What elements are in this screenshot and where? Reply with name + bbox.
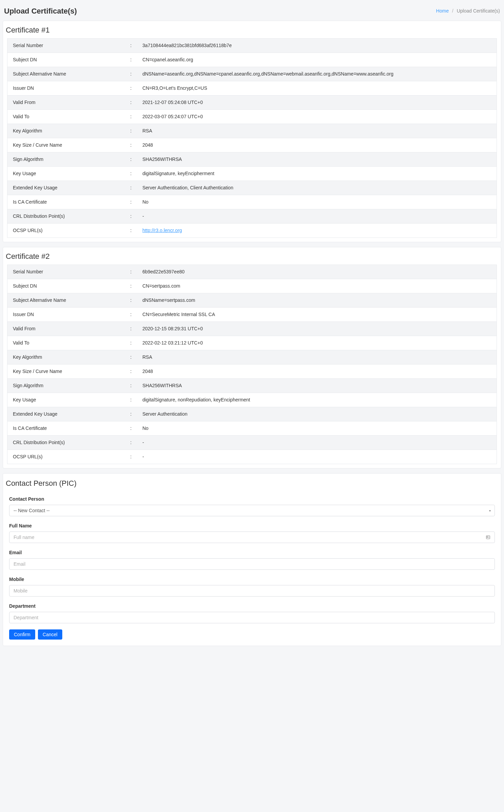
row-value: No <box>137 421 497 436</box>
table-row: Key Size / Curve Name:2048 <box>7 365 497 379</box>
row-colon: : <box>125 365 137 379</box>
row-label: Key Algorithm <box>7 350 125 365</box>
row-colon: : <box>125 96 137 110</box>
contact-person-card: Contact Person (PIC) Contact Person -- N… <box>3 473 501 646</box>
table-row: Key Algorithm:RSA <box>7 124 497 138</box>
contact-person-select[interactable]: -- New Contact -- <box>9 505 495 516</box>
table-row: Key Algorithm:RSA <box>7 350 497 365</box>
row-value: CN=cpanel.aseanfic.org <box>137 53 497 67</box>
row-label: CRL Distribution Point(s) <box>7 436 125 450</box>
row-label: Sign Algorithm <box>7 152 125 167</box>
row-label: Serial Number <box>7 265 125 279</box>
contact-person-title: Contact Person (PIC) <box>3 474 501 491</box>
mobile-group: Mobile <box>9 576 495 597</box>
full-name-label: Full Name <box>9 522 495 529</box>
table-row: Is CA Certificate:No <box>7 421 497 436</box>
row-label: Is CA Certificate <box>7 195 125 209</box>
ocsp-url-link[interactable]: http://r3.o.lencr.org <box>143 228 182 233</box>
table-row: CRL Distribution Point(s):- <box>7 209 497 224</box>
row-label: Issuer DN <box>7 308 125 322</box>
row-label: OCSP URL(s) <box>7 450 125 464</box>
mobile-input[interactable] <box>9 585 495 597</box>
row-value: CN=sertpass.com <box>137 279 497 293</box>
contact-person-select-wrap: -- New Contact -- ▾ <box>9 505 495 516</box>
row-colon: : <box>125 393 137 407</box>
row-label: Subject DN <box>7 53 125 67</box>
certificate-2-table: Serial Number:6b9ed22e5397ee80 Subject D… <box>7 265 497 464</box>
row-value: - <box>137 450 497 464</box>
row-colon: : <box>125 81 137 96</box>
table-row: Issuer DN:CN=SecureMetric Internal SSL C… <box>7 308 497 322</box>
table-row: Issuer DN:CN=R3,O=Let's Encrypt,C=US <box>7 81 497 96</box>
email-label: Email <box>9 549 495 556</box>
department-input[interactable] <box>9 612 495 623</box>
row-label: Key Usage <box>7 393 125 407</box>
cancel-button[interactable]: Cancel <box>38 629 62 640</box>
row-value: dNSName=aseanfic.org,dNSName=cpanel.asea… <box>137 67 497 81</box>
table-row: Valid To:2022-02-12 03:21:12 UTC+0 <box>7 336 497 350</box>
breadcrumb-current: Upload Certificate(s) <box>457 8 500 14</box>
contact-card-icon <box>485 535 491 540</box>
breadcrumb-home[interactable]: Home <box>436 8 448 14</box>
row-label: Valid From <box>7 96 125 110</box>
row-value: SHA256WITHRSA <box>137 152 497 167</box>
row-label: Sign Algorithm <box>7 379 125 393</box>
breadcrumb: Home / Upload Certificate(s) <box>436 7 500 15</box>
certificate-1-title: Certificate #1 <box>3 21 501 38</box>
department-group: Department <box>9 603 495 623</box>
table-row: Subject DN:CN=sertpass.com <box>7 279 497 293</box>
row-label: Valid From <box>7 322 125 336</box>
table-row: CRL Distribution Point(s):- <box>7 436 497 450</box>
row-label: Key Size / Curve Name <box>7 365 125 379</box>
full-name-group: Full Name <box>9 522 495 543</box>
row-colon: : <box>125 350 137 365</box>
table-row: Subject Alternative Name:dNSName=aseanfi… <box>7 67 497 81</box>
row-label: Key Size / Curve Name <box>7 138 125 152</box>
breadcrumb-separator: / <box>452 8 454 14</box>
row-colon: : <box>125 110 137 124</box>
row-value: - <box>137 436 497 450</box>
row-value: dNSName=sertpass.com <box>137 293 497 308</box>
row-value: 2022-03-07 05:24:07 UTC+0 <box>137 110 497 124</box>
table-row: Subject Alternative Name:dNSName=sertpas… <box>7 293 497 308</box>
table-row: Key Usage:digitalSignature, nonRepudiati… <box>7 393 497 407</box>
full-name-input[interactable] <box>9 532 495 543</box>
full-name-input-wrap <box>9 532 495 543</box>
row-label: Subject Alternative Name <box>7 293 125 308</box>
mobile-label: Mobile <box>9 576 495 583</box>
row-value: 2048 <box>137 365 497 379</box>
row-value: 2022-02-12 03:21:12 UTC+0 <box>137 336 497 350</box>
contact-person-group: Contact Person -- New Contact -- ▾ <box>9 496 495 516</box>
row-colon: : <box>125 293 137 308</box>
table-row: Sign Algorithm:SHA256WITHRSA <box>7 379 497 393</box>
row-label: Subject DN <box>7 279 125 293</box>
email-input[interactable] <box>9 558 495 570</box>
row-colon: : <box>125 39 137 53</box>
row-value: Server Authentication <box>137 407 497 421</box>
row-colon: : <box>125 436 137 450</box>
row-value: RSA <box>137 124 497 138</box>
row-label: Key Algorithm <box>7 124 125 138</box>
confirm-button[interactable]: Confirm <box>9 629 35 640</box>
table-row: OCSP URL(s):- <box>7 450 497 464</box>
row-label: Key Usage <box>7 167 125 181</box>
svg-rect-1 <box>487 537 488 538</box>
row-value: SHA256WITHRSA <box>137 379 497 393</box>
row-colon: : <box>125 195 137 209</box>
row-value: - <box>137 209 497 224</box>
table-row: Subject DN:CN=cpanel.aseanfic.org <box>7 53 497 67</box>
table-row: Extended Key Usage:Server Authentication… <box>7 181 497 195</box>
row-colon: : <box>125 322 137 336</box>
table-row: Serial Number:6b9ed22e5397ee80 <box>7 265 497 279</box>
table-row: Valid From:2021-12-07 05:24:08 UTC+0 <box>7 96 497 110</box>
row-value: http://r3.o.lencr.org <box>137 224 497 237</box>
row-value: digitalSignature, nonRepudiation, keyEnc… <box>137 393 497 407</box>
row-value: Server Authentication, Client Authentica… <box>137 181 497 195</box>
row-colon: : <box>125 209 137 224</box>
row-label: Serial Number <box>7 39 125 53</box>
certificate-2-card: Certificate #2 Serial Number:6b9ed22e539… <box>3 247 501 469</box>
row-colon: : <box>125 224 137 237</box>
row-value: 2048 <box>137 138 497 152</box>
table-row: Is CA Certificate:No <box>7 195 497 209</box>
certificate-2-title: Certificate #2 <box>3 247 501 265</box>
